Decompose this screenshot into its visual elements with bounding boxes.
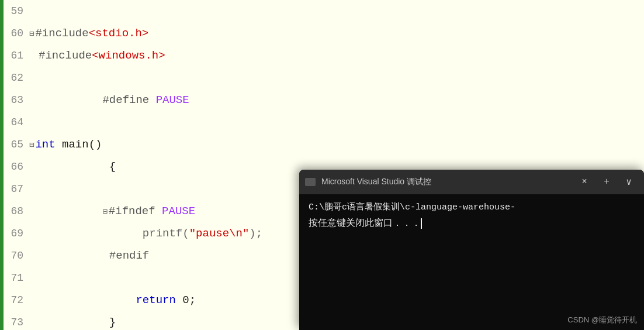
line-content-70: #endif — [29, 243, 149, 269]
line-number-60: 60 — [6, 28, 29, 39]
code-editor: 59 60 ⊟ #include<stdio.h> 61 #include<wi… — [0, 0, 644, 330]
line-number-64: 64 — [6, 116, 29, 128]
line-content-61: #include<windows.h> — [29, 49, 165, 62]
console-body: C:\鹏哥c语言暑假集训\c-language-warehouse- 按任意键关… — [299, 194, 644, 330]
console-dropdown-button[interactable]: ∨ — [619, 174, 638, 190]
collapse-icon-65[interactable]: ⊟ — [29, 140, 34, 150]
line-number-61: 61 — [6, 50, 29, 61]
line-59: 59 — [4, 0, 644, 22]
console-window: Microsoft Visual Studio 调试控 × + ∨ C:\鹏哥c… — [299, 170, 644, 330]
console-footer: CSDN @睡觉待开机 — [567, 315, 637, 325]
line-number-71: 71 — [6, 272, 29, 284]
line-62: 62 — [4, 67, 644, 89]
console-prompt: 按任意键关闭此窗口．．． — [309, 217, 635, 229]
line-content-60: ⊟ #include<stdio.h> — [29, 27, 148, 40]
line-number-65: 65 — [6, 139, 29, 150]
console-cursor — [421, 218, 422, 229]
collapse-icon-60[interactable]: ⊟ — [29, 29, 34, 39]
line-65: 65 ⊟ int main() — [4, 133, 644, 156]
line-number-59: 59 — [6, 5, 29, 17]
line-content-73: } — [29, 310, 116, 330]
line-number-73: 73 — [6, 317, 29, 328]
console-path: C:\鹏哥c语言暑假集训\c-language-warehouse- — [309, 201, 635, 212]
line-number-63: 63 — [6, 94, 29, 106]
line-60: 60 ⊟ #include<stdio.h> — [4, 22, 644, 44]
console-titlebar: Microsoft Visual Studio 调试控 × + ∨ — [299, 170, 644, 194]
line-number-66: 66 — [6, 161, 29, 173]
line-number-72: 72 — [6, 294, 29, 306]
line-64: 64 — [4, 111, 644, 133]
line-number-62: 62 — [6, 72, 29, 84]
line-63: 63 #define PAUSE — [4, 89, 644, 111]
console-title: Microsoft Visual Studio 调试控 — [321, 177, 572, 187]
line-number-68: 68 — [6, 205, 29, 217]
console-close-button[interactable]: × — [575, 174, 594, 190]
line-content-66: { — [29, 154, 116, 180]
line-number-70: 70 — [6, 250, 29, 262]
line-number-67: 67 — [6, 183, 29, 195]
line-content-63: #define PAUSE — [29, 87, 189, 113]
line-number-69: 69 — [6, 228, 29, 239]
line-content-65: ⊟ int main() — [29, 138, 102, 151]
console-app-icon — [305, 178, 316, 186]
line-61: 61 #include<windows.h> — [4, 44, 644, 67]
console-new-tab-button[interactable]: + — [597, 174, 616, 190]
